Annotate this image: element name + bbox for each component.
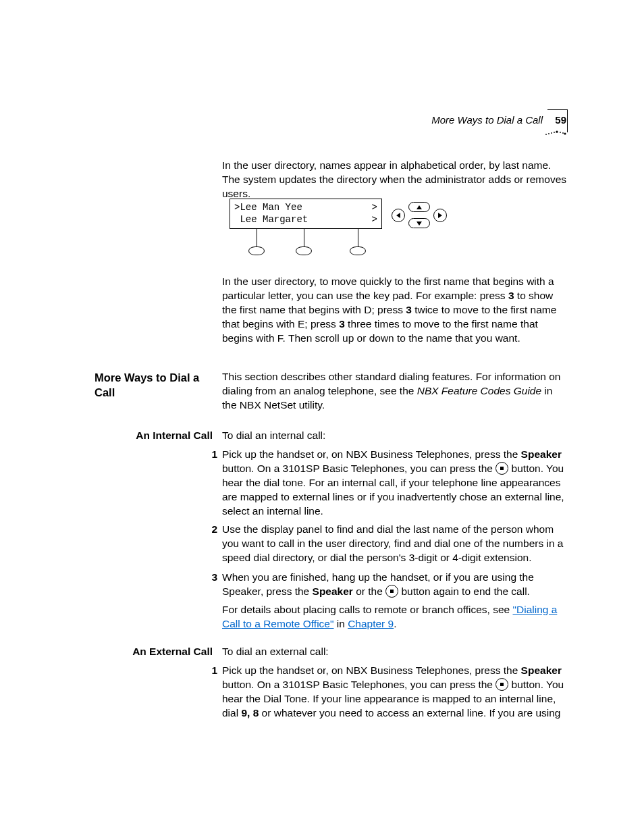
svg-point-0 bbox=[545, 134, 547, 135]
header-rule-horizontal bbox=[547, 109, 568, 110]
svg-point-1 bbox=[548, 133, 549, 134]
softkey-diagram bbox=[230, 229, 381, 261]
speaker-button-icon bbox=[495, 462, 508, 475]
svg-point-4 bbox=[556, 131, 558, 133]
lcd-row2-cursor: > bbox=[372, 214, 377, 226]
header-dots-decoration bbox=[545, 130, 566, 136]
svg-point-7 bbox=[564, 132, 566, 134]
ext-step-number-1: 1 bbox=[203, 664, 217, 678]
external-step1: Pick up the handset or, on NBX Business … bbox=[222, 664, 569, 721]
header-rule-vertical bbox=[567, 109, 568, 132]
nav-pad-diagram bbox=[392, 200, 449, 231]
running-header-title: More Ways to Dial a Call bbox=[431, 114, 543, 126]
svg-point-6 bbox=[562, 132, 564, 134]
internal-footer: For details about placing calls to remot… bbox=[222, 603, 569, 631]
speaker-button-icon bbox=[495, 678, 508, 691]
step-number-1: 1 bbox=[203, 448, 217, 462]
subheading-external-call: An External Call bbox=[95, 645, 213, 659]
nav-right-icon bbox=[433, 209, 447, 222]
lcd-row1-name: >Lee Man Yee bbox=[234, 202, 302, 214]
link-chapter-9[interactable]: Chapter 9 bbox=[348, 618, 394, 629]
section-intro: This section describes other standard di… bbox=[222, 370, 569, 413]
intro-paragraph: In the user directory, names appear in a… bbox=[222, 159, 569, 201]
internal-lead: To dial an internal call: bbox=[222, 429, 569, 443]
page-number: 59 bbox=[555, 114, 566, 126]
internal-step3: When you are finished, hang up the hands… bbox=[222, 571, 569, 599]
keypad-paragraph: In the user directory, to move quickly t… bbox=[222, 275, 569, 346]
external-lead: To dial an external call: bbox=[222, 645, 569, 659]
section-heading: More Ways to Dial a Call bbox=[95, 370, 213, 400]
internal-step2: Use the display panel to find and dial t… bbox=[222, 523, 569, 565]
nav-left-icon bbox=[392, 209, 405, 222]
step-number-2: 2 bbox=[203, 523, 217, 537]
nav-down-icon bbox=[408, 218, 430, 228]
svg-point-3 bbox=[554, 132, 555, 133]
lcd-row2-name: Lee Margaret bbox=[234, 214, 308, 226]
speaker-button-icon bbox=[385, 585, 398, 598]
nav-up-icon bbox=[408, 202, 430, 212]
lcd-row1-cursor: > bbox=[372, 202, 377, 214]
svg-point-5 bbox=[560, 132, 561, 133]
subheading-internal-call: An Internal Call bbox=[95, 429, 213, 443]
step-number-3: 3 bbox=[203, 571, 217, 585]
internal-step1: Pick up the handset or, on NBX Business … bbox=[222, 448, 569, 519]
svg-point-2 bbox=[551, 132, 552, 134]
